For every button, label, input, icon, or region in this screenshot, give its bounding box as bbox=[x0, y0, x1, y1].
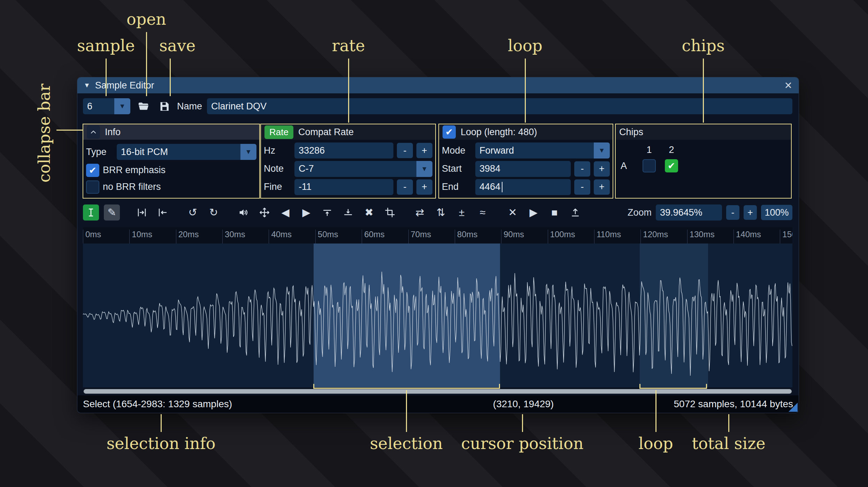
chip-1-checkbox[interactable] bbox=[643, 159, 656, 172]
brr-emphasis-label: BRR emphasis bbox=[103, 165, 166, 176]
close-button[interactable]: ✕ bbox=[784, 80, 792, 91]
crossfade-button[interactable]: ✕ bbox=[505, 204, 521, 221]
waveform-scrollbar[interactable] bbox=[83, 389, 792, 394]
annotation-line-chips bbox=[703, 59, 704, 123]
rate-panel: Rate Compat Rate Hz 33286 - + Note C-7 ▼ bbox=[260, 124, 436, 199]
time-label: 100ms bbox=[548, 230, 575, 244]
open-sample-button[interactable] bbox=[135, 98, 151, 114]
no-brr-filters-checkbox[interactable] bbox=[86, 180, 99, 194]
scrollbar-thumb[interactable] bbox=[84, 389, 792, 394]
note-combo[interactable]: C-7 ▼ bbox=[294, 161, 432, 177]
loop-start-label: Start bbox=[442, 163, 472, 174]
chips-panel: Chips 1 2 A ✔ bbox=[615, 124, 792, 199]
stop-icon: ■ bbox=[551, 207, 558, 218]
normalize-button[interactable] bbox=[256, 204, 272, 221]
resize-grip[interactable] bbox=[789, 403, 798, 412]
undo-button[interactable]: ↺ bbox=[185, 204, 201, 221]
selection-info-text: Select (1654-2983: 1329 samples) bbox=[83, 399, 232, 410]
time-label: 90ms bbox=[501, 230, 524, 244]
zoom-in-button[interactable]: + bbox=[744, 205, 757, 220]
loop-mode-combo[interactable]: Forward ▼ bbox=[475, 142, 610, 159]
fade-in-icon: ◀ bbox=[281, 207, 289, 218]
zoom-input[interactable]: 39.9645% bbox=[656, 204, 722, 221]
fine-increase-button[interactable]: + bbox=[416, 179, 432, 195]
play-icon: ▶ bbox=[529, 207, 537, 218]
dropdown-arrow-icon[interactable]: ▼ bbox=[416, 161, 432, 177]
hz-decrease-button[interactable]: - bbox=[397, 143, 413, 158]
sample-number-combo[interactable]: 6 ▼ bbox=[83, 98, 130, 114]
note-value[interactable]: C-7 bbox=[294, 161, 416, 177]
amplify-button[interactable] bbox=[236, 204, 252, 221]
folder-open-icon bbox=[138, 101, 149, 112]
resample-button[interactable] bbox=[155, 204, 171, 221]
apply-silence-button[interactable] bbox=[340, 204, 356, 221]
dropdown-arrow-icon[interactable]: ▼ bbox=[594, 142, 610, 159]
fade-in-button[interactable]: ◀ bbox=[277, 204, 293, 221]
fine-input[interactable]: -11 bbox=[294, 179, 393, 195]
sample-name-input[interactable]: Clarinet DQV bbox=[207, 98, 792, 114]
collapse-bar-button[interactable] bbox=[87, 125, 100, 139]
loop-start-increase-button[interactable]: + bbox=[594, 161, 610, 177]
time-label: 50ms bbox=[315, 230, 338, 244]
fade-out-icon: ▶ bbox=[302, 207, 310, 218]
sample-number-value[interactable]: 6 bbox=[83, 98, 114, 114]
reverse-button[interactable]: ⇄ bbox=[412, 204, 428, 221]
select-mode-button[interactable] bbox=[83, 204, 99, 221]
invert-button[interactable]: ⇅ bbox=[433, 204, 449, 221]
loop-start-decrease-button[interactable]: - bbox=[574, 161, 590, 177]
undo-icon: ↺ bbox=[188, 207, 197, 218]
time-label: 120ms bbox=[640, 230, 668, 244]
create-wavetable-button[interactable] bbox=[567, 204, 583, 221]
annotation-line-total-size bbox=[728, 414, 729, 432]
delete-button[interactable]: ✖ bbox=[361, 204, 377, 221]
loop-start-input[interactable]: 3984 bbox=[475, 161, 571, 177]
waveform-svg bbox=[83, 244, 792, 387]
crossfade-icon: ✕ bbox=[508, 207, 517, 218]
dropdown-arrow-icon[interactable]: ▼ bbox=[114, 98, 130, 114]
collapse-window-icon[interactable]: ▼ bbox=[84, 82, 90, 89]
loop-end-increase-button[interactable]: + bbox=[594, 179, 610, 195]
redo-button[interactable]: ↻ bbox=[206, 204, 222, 221]
dropdown-arrow-icon[interactable]: ▼ bbox=[240, 144, 256, 160]
fine-decrease-button[interactable]: - bbox=[397, 179, 413, 195]
rate-badge[interactable]: Rate bbox=[264, 125, 293, 139]
zoom-out-button[interactable]: - bbox=[726, 205, 739, 220]
speaker-icon bbox=[238, 207, 249, 218]
sample-toolbar: ✎ ↺ ↻ bbox=[83, 204, 792, 221]
brr-emphasis-checkbox[interactable]: ✔ bbox=[86, 164, 99, 177]
sample-type-value[interactable]: 16-bit PCM bbox=[117, 144, 240, 160]
sample-editor-window: ▼ Sample Editor ✕ 6 ▼ bbox=[77, 77, 799, 413]
loop-mode-value[interactable]: Forward bbox=[475, 142, 594, 159]
filter-button[interactable]: ≈ bbox=[475, 204, 491, 221]
stop-preview-button[interactable]: ■ bbox=[546, 204, 562, 221]
annotation-line-loop-bottom bbox=[655, 390, 656, 432]
loop-end-input[interactable]: 4464 bbox=[475, 179, 571, 195]
loop-enable-checkbox[interactable]: ✔ bbox=[443, 125, 456, 139]
trim-button[interactable] bbox=[382, 204, 398, 221]
zoom-reset-button[interactable]: 100% bbox=[761, 205, 792, 220]
time-label: 60ms bbox=[362, 230, 385, 244]
loop-end-label: End bbox=[442, 181, 472, 192]
waveform-display[interactable] bbox=[83, 244, 792, 387]
insert-silence-button[interactable] bbox=[319, 204, 335, 221]
hz-increase-button[interactable]: + bbox=[416, 143, 432, 158]
resize-button[interactable] bbox=[134, 204, 150, 221]
info-panel-title: Info bbox=[105, 127, 121, 138]
annotation-selection-info: selection info bbox=[107, 434, 216, 453]
hz-input[interactable]: 33286 bbox=[294, 142, 393, 159]
titlebar[interactable]: ▼ Sample Editor ✕ bbox=[77, 77, 799, 93]
draw-mode-button[interactable]: ✎ bbox=[104, 204, 120, 221]
window-title: Sample Editor bbox=[95, 80, 154, 91]
resample-icon bbox=[158, 207, 168, 218]
preview-button[interactable]: ▶ bbox=[525, 204, 541, 221]
loop-end-decrease-button[interactable]: - bbox=[574, 179, 590, 195]
fade-out-button[interactable]: ▶ bbox=[298, 204, 314, 221]
annotation-line-cursor-position bbox=[522, 414, 523, 432]
save-sample-button[interactable] bbox=[156, 98, 172, 114]
chip-2-checkbox[interactable]: ✔ bbox=[665, 159, 678, 172]
sample-type-combo[interactable]: 16-bit PCM ▼ bbox=[117, 144, 256, 160]
note-label: Note bbox=[264, 163, 291, 174]
floppy-disk-icon bbox=[159, 101, 170, 112]
rate-panel-title: Compat Rate bbox=[298, 127, 354, 138]
sign-invert-button[interactable]: ± bbox=[454, 204, 470, 221]
